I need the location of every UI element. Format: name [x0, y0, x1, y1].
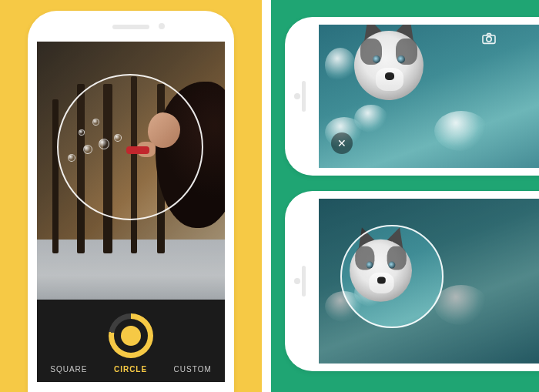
shutter-button[interactable] [109, 313, 153, 358]
promo-panel-right: ✕ [271, 0, 539, 392]
scene-splash [434, 285, 488, 325]
camera-viewfinder[interactable] [319, 199, 539, 364]
scene-bubble [92, 119, 99, 126]
phone-mock-landscape-top: ✕ [285, 17, 539, 176]
phone-earpiece [302, 81, 306, 112]
shutter-progress-ring [109, 313, 153, 358]
app-screen-portrait: SQUARE CIRCLE CUSTOM [37, 42, 225, 382]
control-bar: SQUARE CIRCLE CUSTOM [37, 300, 225, 382]
shape-tabs: SQUARE CIRCLE CUSTOM [37, 359, 225, 379]
phone-earpiece [112, 25, 149, 29]
phone-front-camera [294, 278, 300, 284]
scene-bubble [99, 139, 109, 149]
tab-square[interactable]: SQUARE [50, 365, 87, 374]
app-screen-landscape-top: ✕ [319, 25, 539, 168]
svg-point-1 [487, 37, 491, 42]
scene-tree [77, 84, 85, 253]
scene-splash [354, 105, 388, 132]
phone-front-camera [159, 23, 165, 29]
phone-front-camera [294, 93, 300, 99]
app-screen-landscape-bottom: CUSTOM CIRCLE SQUARE [319, 199, 539, 364]
camera-viewfinder[interactable] [37, 42, 225, 300]
promo-panel-left: SQUARE CIRCLE CUSTOM [0, 0, 262, 392]
phone-mock-landscape-bottom: CUSTOM CIRCLE SQUARE [285, 191, 539, 371]
scene-bubble [79, 129, 85, 136]
close-button[interactable]: ✕ [331, 132, 353, 154]
scene-splash [325, 48, 356, 83]
scene-bubble [68, 154, 75, 162]
tab-custom[interactable]: CUSTOM [174, 365, 212, 374]
tab-circle[interactable]: CIRCLE [114, 365, 147, 374]
scene-subject-person [125, 82, 225, 290]
close-icon: ✕ [337, 137, 346, 149]
phone-earpiece [302, 266, 306, 297]
camera-icon[interactable] [481, 32, 497, 45]
scene-bubble [114, 134, 122, 142]
scene-tree [103, 84, 112, 253]
scene-tree [52, 99, 59, 253]
scene-splash [434, 111, 488, 151]
phone-mock-portrait: SQUARE CIRCLE CUSTOM [28, 11, 234, 392]
scene-bubble [83, 145, 92, 154]
